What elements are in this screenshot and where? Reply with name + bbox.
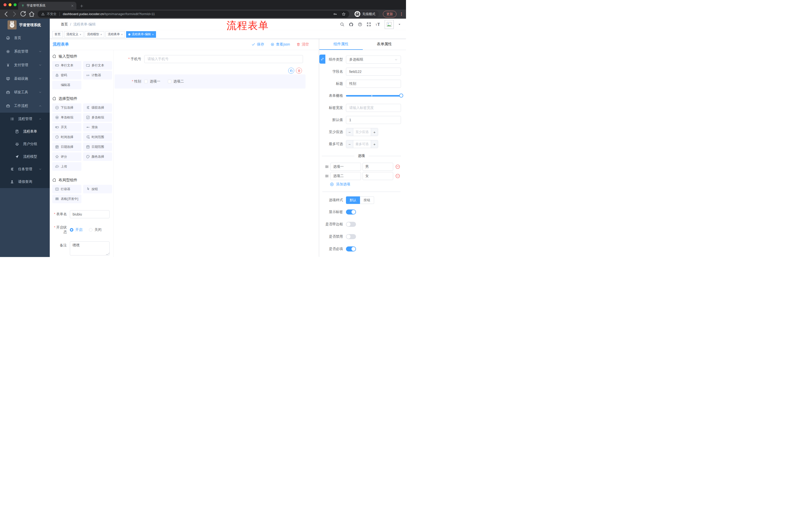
field-link-tab[interactable]	[319, 55, 325, 64]
sidebar-item-基础设施[interactable]: 基础设施	[0, 72, 50, 85]
component-时间范围[interactable]: 时间范围	[83, 133, 112, 141]
help-icon[interactable]	[358, 22, 362, 27]
component-日期选择[interactable]: 日期选择	[52, 142, 81, 151]
component-表格[开发中][interactable]: 表格[开发中]	[52, 195, 81, 203]
toggle-显示标签[interactable]	[346, 210, 356, 215]
text-size-icon[interactable]: TT	[375, 22, 380, 27]
清空-button[interactable]: 清空	[296, 42, 309, 47]
back-button[interactable]	[2, 10, 9, 18]
slider-handle[interactable]	[399, 93, 403, 98]
sidebar-item-用户分组[interactable]: 用户分组	[0, 138, 50, 151]
grid-slider[interactable]	[346, 92, 401, 100]
max-select-stepper[interactable]: − 最多可选 +	[346, 140, 378, 148]
component-颜色选择[interactable]: 颜色选择	[83, 153, 112, 161]
tag-view-流程表单-编辑[interactable]: 流程表单-编辑×	[126, 31, 156, 38]
tab-表单属性[interactable]: 表单属性	[363, 39, 406, 50]
title-input[interactable]: 性别	[346, 80, 401, 88]
remark-textarea[interactable]: 嘿嘿	[70, 241, 110, 255]
component-级联选择[interactable]: 级联选择	[83, 103, 112, 112]
option-value-input[interactable]: 男	[362, 163, 393, 171]
option-label-input[interactable]: 选项二	[330, 172, 361, 180]
tag-view-流程定义[interactable]: 流程定义×	[64, 31, 83, 38]
field-name-input[interactable]: field122	[346, 67, 401, 76]
tag-close-icon[interactable]: ×	[80, 33, 81, 36]
stepper-plus-button[interactable]: +	[371, 128, 378, 136]
toggle-是否带边框[interactable]	[346, 222, 356, 227]
remove-option-icon[interactable]	[395, 164, 400, 169]
component-行容器[interactable]: 行容器	[52, 185, 81, 193]
tag-close-icon[interactable]: ×	[152, 33, 153, 36]
component-单行文本[interactable]: 单行文本	[52, 61, 81, 70]
tag-view-流程表单[interactable]: 流程表单×	[106, 31, 125, 38]
url-bar[interactable]: 不安全 dashboard.yudao.iocoder.cn/bpm/manag…	[38, 10, 349, 18]
forward-button[interactable]	[11, 10, 18, 18]
app-logo[interactable]: 芋道管理系统	[0, 19, 50, 31]
component-多行文本[interactable]: 多行文本	[83, 61, 112, 70]
sidebar-item-研发工具[interactable]: 研发工具	[0, 85, 50, 99]
toggle-是否禁用[interactable]	[346, 234, 356, 239]
component-日期范围[interactable]: 日期范围	[83, 142, 112, 151]
component-计数器[interactable]: 123计数器	[83, 71, 112, 79]
default-value-input[interactable]: 1	[346, 116, 401, 124]
toggle-是否必填[interactable]	[346, 246, 356, 251]
保存-button[interactable]: 保存	[252, 42, 264, 47]
option-style-按钮[interactable]: 按钮	[360, 196, 374, 204]
drag-handle-icon[interactable]	[325, 165, 329, 169]
form-canvas[interactable]: 手机号 请输入手机号 性别 选项一选项二	[114, 50, 319, 257]
phone-input[interactable]: 请输入手机号	[144, 55, 303, 63]
breadcrumb-home[interactable]: 首页	[61, 22, 68, 27]
resize-grip[interactable]	[106, 253, 110, 255]
tag-view-首页[interactable]: 首页	[52, 31, 63, 38]
status-radio-关闭[interactable]: 关闭	[89, 227, 102, 232]
option-label-input[interactable]: 选项一	[330, 163, 361, 171]
security-warning-icon[interactable]	[41, 12, 45, 16]
add-option-button[interactable]: 添加选项	[322, 182, 401, 187]
window-controls[interactable]	[3, 3, 17, 6]
sidebar-item-流程模型[interactable]: 流程模型	[0, 151, 50, 163]
tab-组件属性[interactable]: 组件属性	[319, 39, 363, 50]
gender-widget-selected[interactable]: 性别 选项一选项二	[115, 75, 306, 88]
component-滑块[interactable]: 滑块	[83, 123, 112, 132]
copy-widget-button[interactable]	[288, 67, 294, 74]
close-window-button[interactable]	[3, 3, 6, 6]
sidebar-item-工作流程[interactable]: 工作流程	[0, 99, 50, 113]
component-开关[interactable]: 开关	[52, 123, 81, 132]
component-下拉选择[interactable]: 下拉选择	[52, 103, 81, 112]
tab-close-icon[interactable]	[71, 4, 74, 7]
avatar[interactable]	[385, 20, 394, 29]
sidebar-item-请假查询[interactable]: 请假查询	[0, 175, 50, 188]
browser-tab[interactable]: 芋道管理系统	[18, 2, 76, 9]
stepper-minus-button[interactable]: −	[346, 140, 353, 148]
search-icon[interactable]	[340, 22, 344, 27]
stepper-minus-button[interactable]: −	[346, 128, 353, 136]
home-button[interactable]	[28, 10, 35, 18]
form-name-input[interactable]: biubiu	[70, 210, 110, 218]
component-type-select[interactable]: 多选框组	[346, 56, 401, 64]
sidebar-item-系统管理[interactable]: 系统管理	[0, 45, 50, 58]
password-key-icon[interactable]	[333, 12, 337, 16]
drag-handle-icon[interactable]	[325, 174, 329, 178]
checkbox-选项二[interactable]: 选项二	[168, 79, 184, 84]
new-tab-button[interactable]	[80, 4, 83, 8]
查看json-button[interactable]: 查看json	[270, 42, 290, 47]
component-多选框组[interactable]: 多选框组	[83, 113, 112, 122]
browser-menu-icon[interactable]	[400, 12, 404, 16]
bookmark-star-icon[interactable]	[342, 12, 346, 16]
label-width-input[interactable]: 请输入标签宽度	[346, 104, 401, 112]
min-select-stepper[interactable]: − 至少应选 +	[346, 128, 378, 136]
fullscreen-icon[interactable]	[367, 22, 371, 27]
sidebar-collapse-icon[interactable]	[52, 22, 57, 27]
component-编辑器[interactable]: 编辑器	[52, 81, 81, 89]
sidebar-item-流程管理[interactable]: 流程管理	[0, 113, 50, 125]
component-上传[interactable]: 上传	[52, 162, 81, 171]
tag-close-icon[interactable]: ×	[100, 33, 102, 36]
reload-button[interactable]	[20, 10, 27, 18]
delete-widget-button[interactable]	[296, 67, 302, 74]
maximize-window-button[interactable]	[13, 3, 17, 6]
update-button[interactable]: 更新	[383, 11, 397, 17]
sidebar-item-首页[interactable]: 首页	[0, 31, 50, 45]
avatar-caret-icon[interactable]	[398, 23, 401, 26]
remove-option-icon[interactable]	[395, 173, 400, 179]
component-密码[interactable]: 密码	[52, 71, 81, 79]
sidebar-item-任务管理[interactable]: 任务管理	[0, 163, 50, 175]
